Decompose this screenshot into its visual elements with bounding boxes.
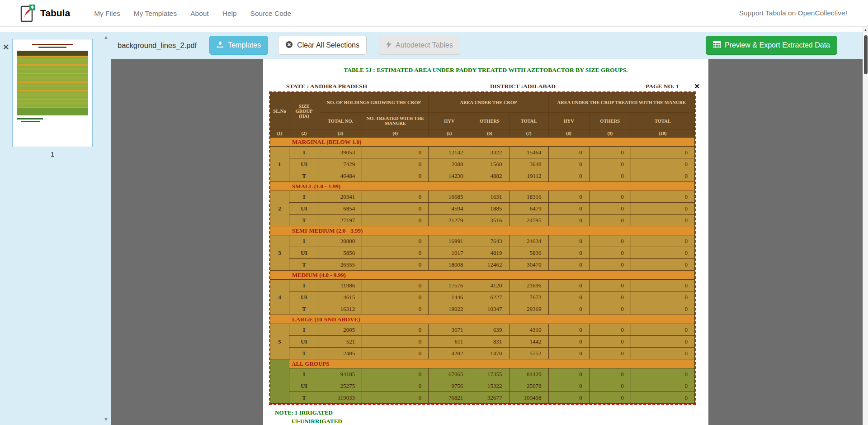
pdf-note-line2: UI-UNIRRIGATED: [292, 418, 342, 425]
document-area: TABLE 5J : ESTIMATED AREA UNDER PADDY TR…: [111, 59, 868, 425]
support-link[interactable]: Support Tabula on OpenCollective!: [739, 9, 847, 17]
templates-button[interactable]: Templates: [209, 36, 268, 55]
content: ▲ ✕ 1 ▼ background_lines_2.pdf: [0, 32, 868, 425]
filename: background_lines_2.pdf: [118, 41, 197, 50]
vertical-scrollbar: ▲: [863, 27, 868, 425]
thumbnail-note-line: [17, 118, 43, 119]
sidebar: ▲ ✕ 1 ▼: [0, 32, 111, 425]
pdf-state: STATE : ANDHRA PRADESH: [286, 83, 367, 90]
templates-button-label: Templates: [228, 41, 261, 49]
thumbnail-page-number: 1: [12, 150, 93, 158]
flash-icon: [386, 41, 392, 50]
main: background_lines_2.pdf Templates: [111, 32, 868, 425]
thumbnail-table-footer-rows: [17, 108, 88, 115]
toolbar: background_lines_2.pdf Templates: [111, 32, 868, 59]
nav-source-code[interactable]: Source Code: [244, 0, 298, 27]
navbar-gap: [0, 27, 868, 32]
table-grid-icon: [713, 41, 721, 50]
pdf-district: DISTRICT :ADILABAD: [490, 83, 556, 90]
thumbnail-table-rows: [17, 56, 88, 108]
thumbnail-wrap: ✕ 1: [12, 39, 93, 158]
autodetect-tables-button: Autodetect Tables: [379, 36, 460, 55]
selection-box[interactable]: ✕: [269, 91, 696, 405]
pdf-table-title: TABLE 5J : ESTIMATED AREA UNDER PADDY TR…: [263, 67, 708, 74]
nav-my-files[interactable]: My Files: [87, 0, 127, 27]
remove-page-icon[interactable]: ✕: [3, 43, 9, 51]
scrollbar-up-icon[interactable]: ▲: [863, 27, 868, 33]
thumbnail-note-line2: [21, 121, 40, 122]
tabula-logo-icon[interactable]: [20, 4, 36, 23]
remove-circle-icon: [285, 41, 293, 50]
thumbnail-table-header: [17, 51, 88, 56]
sidebar-scroll-down-icon[interactable]: ▼: [104, 417, 108, 422]
scrollbar-thumb[interactable]: [864, 35, 868, 74]
navbar-left: Tabula My Files My Templates About Help …: [20, 0, 298, 26]
pdf-meta-row: STATE : ANDHRA PRADESH DISTRICT :ADILABA…: [263, 83, 708, 91]
pdf-page-no: PAGE NO. 1: [646, 83, 679, 90]
preview-export-label: Preview & Export Extracted Data: [725, 41, 830, 49]
brand[interactable]: Tabula: [40, 8, 70, 19]
nav-help[interactable]: Help: [216, 0, 244, 27]
preview-export-button[interactable]: Preview & Export Extracted Data: [706, 36, 837, 55]
page-thumbnail[interactable]: [12, 39, 93, 147]
pdf-note-line1: NOTE: I-IRRIGATED: [275, 409, 342, 416]
clear-all-selections-label: Clear All Selections: [297, 41, 359, 49]
thumbnail-title-line: [32, 44, 73, 45]
selection-close-icon[interactable]: ✕: [694, 83, 700, 90]
pdf-page[interactable]: TABLE 5J : ESTIMATED AREA UNDER PADDY TR…: [263, 59, 708, 425]
autodetect-tables-label: Autodetect Tables: [396, 41, 453, 49]
nav-my-templates[interactable]: My Templates: [127, 0, 184, 27]
navbar: Tabula My Files My Templates About Help …: [0, 0, 868, 27]
clear-all-selections-button[interactable]: Clear All Selections: [278, 36, 367, 55]
nav-about[interactable]: About: [184, 0, 216, 27]
sidebar-scroll-up-icon[interactable]: ▲: [104, 35, 108, 40]
pdf-notes: NOTE: I-IRRIGATED UI-UNIRRIGATED: [275, 409, 342, 425]
templates-upload-icon: [217, 41, 224, 50]
thumbnail-subtitle-line: [38, 47, 66, 48]
